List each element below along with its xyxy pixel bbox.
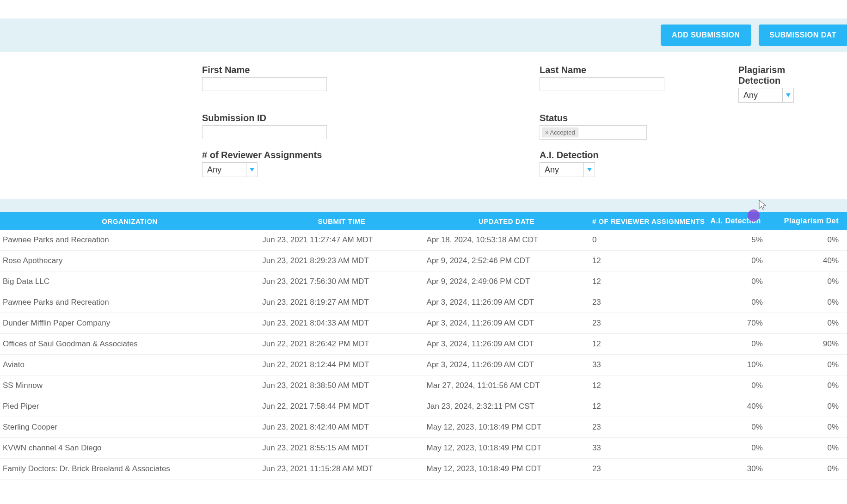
reviewer-count: 23	[589, 417, 708, 438]
reviewer-assignments-block: # of Reviewer Assignments Any	[202, 150, 540, 177]
table-row[interactable]: Pawnee Parks and RecreationJun 23, 2021 …	[0, 292, 847, 313]
ai-detection-select[interactable]: Any	[540, 162, 595, 177]
ai-detection-value: 5%	[708, 230, 781, 251]
plagiarism-value: 40%	[781, 251, 847, 271]
reviewer-count: 12	[589, 271, 708, 292]
reviewer-count: 33	[589, 355, 708, 375]
submit-time: Jun 23, 2021 7:56:30 AM MDT	[259, 271, 424, 292]
organization: KVWN channel 4 San Diego	[0, 438, 259, 459]
reviewer-count: 12	[589, 251, 708, 271]
table-row[interactable]: Sterling CooperJun 23, 2021 8:42:40 AM M…	[0, 417, 847, 438]
col-organization[interactable]: ORGANIZATION	[0, 212, 259, 230]
submissions-table: ORGANIZATION SUBMIT TIME UPDATED DATE # …	[0, 212, 847, 479]
table-row[interactable]: Big Data LLCJun 23, 2021 7:56:30 AM MDTA…	[0, 271, 847, 292]
svg-marker-1	[250, 168, 254, 172]
status-input[interactable]: × Accepted	[540, 125, 647, 140]
reviewer-assignments-value: Any	[207, 165, 221, 175]
spacer	[738, 150, 829, 177]
add-submission-button[interactable]: ADD SUBMISSION	[661, 25, 751, 46]
updated-date: Apr 3, 2024, 11:26:09 AM CDT	[424, 334, 589, 355]
plagiarism-detection-label: Plagiarism Detection	[738, 65, 829, 86]
ai-detection-value: Any	[545, 165, 559, 175]
submit-time: Jun 22, 2021 8:12:44 PM MDT	[259, 355, 424, 375]
ai-detection-value: 0%	[708, 375, 781, 396]
organization: Pawnee Parks and Recreation	[0, 292, 259, 313]
ai-detection-value: 0%	[708, 334, 781, 355]
organization: Rose Apothecary	[0, 251, 259, 271]
plagiarism-value: 90%	[781, 334, 847, 355]
reviewer-count: 12	[589, 334, 708, 355]
last-name-label: Last Name	[540, 65, 738, 75]
last-name-block: Last Name	[540, 65, 738, 103]
table-row[interactable]: Rose ApothecaryJun 23, 2021 8:29:23 AM M…	[0, 251, 847, 271]
plagiarism-value: 0%	[781, 459, 847, 479]
col-updated-date[interactable]: UPDATED DATE	[424, 212, 589, 230]
last-name-input[interactable]	[540, 77, 664, 91]
organization: Pawnee Parks and Recreation	[0, 230, 259, 251]
updated-date: Apr 3, 2024, 11:26:09 AM CDT	[424, 355, 589, 375]
table-row[interactable]: Family Doctors: Dr. Brick Breeland & Ass…	[0, 459, 847, 479]
table-row[interactable]: SS MinnowJun 23, 2021 8:38:50 AM MDTMar …	[0, 375, 847, 396]
spacer	[738, 113, 829, 140]
filters-panel: First Name Last Name Plagiarism Detectio…	[0, 52, 847, 199]
updated-date: Apr 3, 2024, 11:26:09 AM CDT	[424, 313, 589, 334]
status-tag-accepted[interactable]: × Accepted	[542, 128, 578, 137]
ai-detection-value: 10%	[708, 355, 781, 375]
ai-detection-value: 40%	[708, 396, 781, 417]
svg-marker-2	[587, 168, 592, 172]
col-plagiarism-detection[interactable]: Plagiarism Det	[781, 212, 847, 230]
updated-date: Apr 18, 2024, 10:53:18 AM CDT	[424, 230, 589, 251]
submission-data-button[interactable]: SUBMISSION DAT	[759, 25, 847, 46]
reviewer-count: 23	[589, 459, 708, 479]
submit-time: Jun 22, 2021 7:58:44 PM MDT	[259, 396, 424, 417]
ai-detection-value: 0%	[708, 292, 781, 313]
ai-detection-block: A.I. Detection Any	[540, 150, 738, 177]
reviewer-count: 33	[589, 438, 708, 459]
table-row[interactable]: Dunder Mifflin Paper CompanyJun 23, 2021…	[0, 313, 847, 334]
svg-marker-0	[786, 93, 791, 97]
status-label: Status	[540, 113, 738, 123]
organization: Offices of Saul Goodman & Associates	[0, 334, 259, 355]
updated-date: Jan 23, 2024, 2:32:11 PM CST	[424, 396, 589, 417]
plagiarism-detection-select[interactable]: Any	[738, 88, 794, 103]
organization: Family Doctors: Dr. Brick Breeland & Ass…	[0, 459, 259, 479]
updated-date: Apr 3, 2024, 11:26:09 AM CDT	[424, 292, 589, 313]
table-row[interactable]: KVWN channel 4 San DiegoJun 23, 2021 8:5…	[0, 438, 847, 459]
plagiarism-value: 0%	[781, 292, 847, 313]
plagiarism-value: 0%	[781, 396, 847, 417]
col-submit-time[interactable]: SUBMIT TIME	[259, 212, 424, 230]
submission-id-input[interactable]	[202, 125, 327, 139]
col-reviewer-assignments[interactable]: # OF REVIEWER ASSIGNMENTS	[589, 212, 708, 230]
plagiarism-value: 0%	[781, 375, 847, 396]
submit-time: Jun 23, 2021 8:29:23 AM MDT	[259, 251, 424, 271]
plagiarism-detection-value: Any	[743, 91, 758, 100]
submit-time: Jun 23, 2021 11:15:28 AM MDT	[259, 459, 424, 479]
reviewer-count: 23	[589, 292, 708, 313]
table-header-row: ORGANIZATION SUBMIT TIME UPDATED DATE # …	[0, 212, 847, 230]
reviewer-assignments-label: # of Reviewer Assignments	[202, 150, 540, 160]
submission-id-block: Submission ID	[202, 113, 540, 140]
col-reviewer-assignments-label: # OF REVIEWER ASSIGNMENTS	[592, 217, 705, 225]
col-ai-detection[interactable]: A.I. Detection	[708, 212, 781, 230]
plagiarism-value: 0%	[781, 271, 847, 292]
ai-detection-value: 30%	[708, 459, 781, 479]
updated-date: May 12, 2023, 10:18:49 PM CDT	[424, 459, 589, 479]
plagiarism-detection-block: Plagiarism Detection Any	[738, 65, 829, 103]
organization: SS Minnow	[0, 375, 259, 396]
submit-time: Jun 23, 2021 8:04:33 AM MDT	[259, 313, 424, 334]
submit-time: Jun 23, 2021 8:19:27 AM MDT	[259, 292, 424, 313]
chevron-down-icon	[246, 163, 257, 177]
first-name-block: First Name	[202, 65, 540, 103]
submit-time: Jun 23, 2021 8:38:50 AM MDT	[259, 375, 424, 396]
organization: Pied Piper	[0, 396, 259, 417]
table-row[interactable]: AviatoJun 22, 2021 8:12:44 PM MDTApr 3, …	[0, 355, 847, 375]
top-spacer	[0, 0, 847, 18]
action-bar: ADD SUBMISSION SUBMISSION DAT	[0, 18, 847, 52]
table-row[interactable]: Pied PiperJun 22, 2021 7:58:44 PM MDTJan…	[0, 396, 847, 417]
first-name-input[interactable]	[202, 77, 327, 91]
reviewer-assignments-select[interactable]: Any	[202, 162, 258, 177]
table-row[interactable]: Offices of Saul Goodman & AssociatesJun …	[0, 334, 847, 355]
status-block: Status × Accepted	[540, 113, 738, 140]
table-row[interactable]: Pawnee Parks and RecreationJun 23, 2021 …	[0, 230, 847, 251]
chevron-down-icon	[782, 88, 793, 102]
